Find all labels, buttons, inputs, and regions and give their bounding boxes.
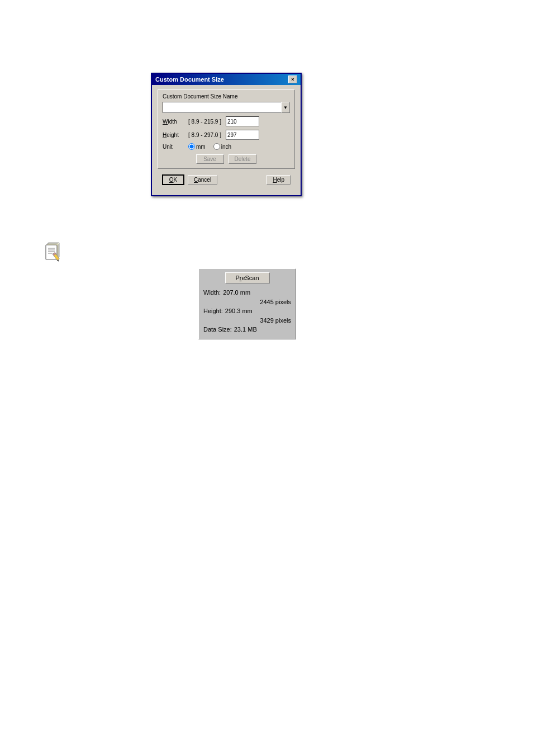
dropdown-arrow-icon[interactable]: ▼ [281,102,290,113]
save-delete-row: Save Delete [163,154,290,164]
ok-button[interactable]: OK [162,174,184,185]
name-section: Custom Document Size Name ▼ Width [ 8.9 … [158,89,295,169]
name-select[interactable] [163,102,282,113]
dialog-body: Custom Document Size Name ▼ Width [ 8.9 … [152,85,301,195]
prescan-height-value: 290.3 mm [225,306,253,316]
prescan-container: PreScan Width: 207.0 mm 2445 pixels Heig… [198,268,296,339]
prescan-width-pixels: 2445 pixels [260,299,291,305]
prescan-datasize-value: 23.1 MB [234,325,257,334]
prescan-height-row: Height: 290.3 mm [203,306,291,316]
prescan-width-row: Width: 207.0 mm [203,288,291,297]
name-dropdown-row: ▼ [163,102,290,113]
unit-inch-label: inch [221,144,231,150]
dialog-titlebar: Custom Document Size × [152,74,301,85]
height-label: Height [163,132,186,138]
unit-mm-radio[interactable] [188,143,195,150]
unit-mm-option[interactable]: mm [188,143,206,150]
prescan-datasize-row: Data Size: 23.1 MB [203,325,291,334]
prescan-info: Width: 207.0 mm 2445 pixels Height: 290.… [203,288,291,334]
unit-inch-option[interactable]: inch [213,143,231,150]
prescan-width-label: Width: [203,288,221,297]
prescan-datasize-label: Data Size: [203,325,232,334]
prescan-button[interactable]: PreScan [225,272,270,284]
prescan-width-pixels-row: 2445 pixels [203,297,291,307]
unit-mm-label: mm [196,144,206,150]
unit-inch-radio[interactable] [213,143,220,150]
note-icon [44,240,66,263]
save-button[interactable]: Save [196,154,224,164]
width-label: Width [163,119,186,125]
unit-label: Unit [163,144,186,150]
unit-radio-group: mm inch [188,143,231,150]
custom-document-size-dialog: Custom Document Size × Custom Document S… [151,73,302,196]
unit-row: Unit mm inch [163,143,290,150]
name-section-label: Custom Document Size Name [163,93,290,100]
help-button[interactable]: Help [266,175,291,185]
prescan-width-value: 207.0 mm [223,288,250,297]
width-row: Width [ 8.9 - 215.9 ] [163,116,290,126]
dialog-footer: OK Cancel Help [158,172,295,190]
prescan-height-pixels-row: 3429 pixels [203,316,291,325]
dialog-title: Custom Document Size [155,76,224,83]
height-range: [ 8.9 - 297.0 ] [188,132,221,138]
prescan-height-label: Height: [203,306,223,316]
width-range: [ 8.9 - 215.9 ] [188,119,221,125]
cancel-button[interactable]: Cancel [188,175,217,185]
delete-button[interactable]: Delete [229,154,257,164]
height-input[interactable] [226,130,259,140]
dialog-close-button[interactable]: × [288,75,297,83]
prescan-height-pixels: 3429 pixels [260,317,291,324]
width-input[interactable] [226,116,259,126]
height-row: Height [ 8.9 - 297.0 ] [163,130,290,140]
